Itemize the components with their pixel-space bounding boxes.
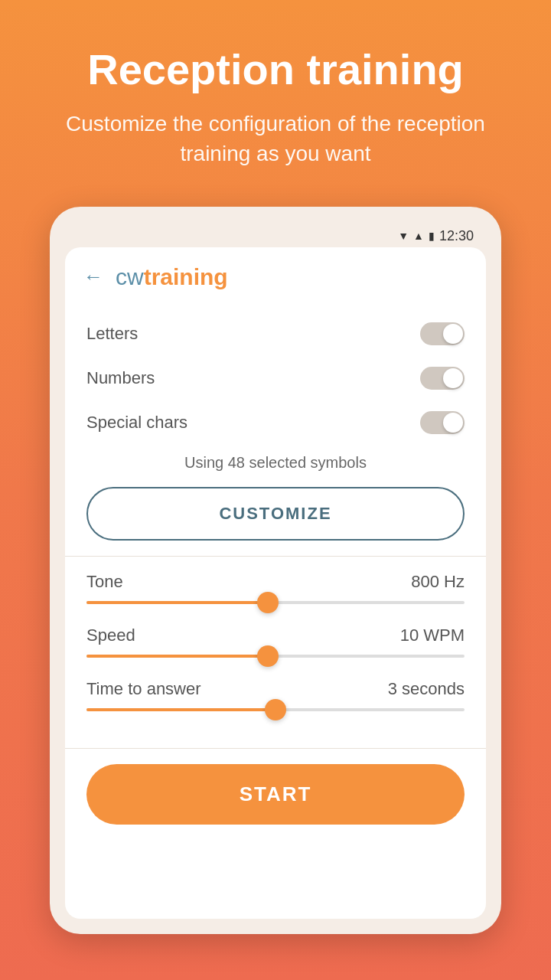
speed-slider-thumb[interactable] [257, 645, 279, 667]
numbers-label: Numbers [86, 368, 155, 388]
letters-toggle-row: Letters [86, 312, 465, 356]
speed-slider-row: Speed 10 WPM [86, 626, 465, 658]
page-subtitle: Customize the configuration of the recep… [31, 109, 520, 168]
logo-cw: cw [116, 264, 144, 289]
time-answer-slider-track[interactable] [86, 708, 465, 711]
time-answer-slider-fill [86, 708, 276, 711]
signal-icon: ▲ [413, 230, 424, 242]
symbols-info: Using 48 selected symbols [86, 454, 465, 472]
back-button[interactable]: ← [83, 265, 103, 289]
letters-label: Letters [86, 324, 138, 344]
letters-toggle[interactable] [420, 322, 465, 345]
logo-training: training [144, 264, 228, 289]
phone-screen: ← cwtraining Letters Numbers Special cha… [65, 247, 486, 919]
numbers-toggle-row: Numbers [86, 356, 465, 400]
battery-icon: ▮ [429, 230, 435, 242]
numbers-toggle[interactable] [420, 367, 465, 390]
tone-value: 800 Hz [411, 572, 465, 592]
tone-slider-thumb[interactable] [257, 592, 279, 613]
speed-value: 10 WPM [400, 626, 465, 645]
time-answer-slider-row: Time to answer 3 seconds [86, 679, 465, 711]
speed-slider-fill [86, 655, 268, 658]
settings-section: Letters Numbers Special chars Using 48 s… [65, 304, 486, 557]
tone-slider-fill [86, 601, 268, 604]
time-answer-slider-thumb[interactable] [265, 699, 286, 720]
app-logo: cwtraining [116, 264, 228, 290]
phone-container: ▼ ▲ ▮ 12:30 ← cwtraining Letters Numbers… [50, 207, 501, 934]
tone-slider-header: Tone 800 Hz [86, 572, 465, 592]
tone-slider-row: Tone 800 Hz [86, 572, 465, 604]
speed-slider-track[interactable] [86, 655, 465, 658]
tone-slider-track[interactable] [86, 601, 465, 604]
page-title: Reception training [31, 46, 520, 93]
sliders-section: Tone 800 Hz Speed 10 WPM [65, 557, 486, 749]
wifi-icon: ▼ [398, 230, 409, 242]
speed-label: Speed [86, 626, 135, 645]
app-header: ← cwtraining [65, 247, 486, 304]
start-button[interactable]: START [86, 764, 465, 825]
tone-label: Tone [86, 572, 123, 592]
customize-button[interactable]: CUSTOMIZE [86, 487, 465, 541]
status-bar: ▼ ▲ ▮ 12:30 [65, 222, 486, 247]
hero-section: Reception training Customize the configu… [0, 0, 551, 191]
time-answer-slider-header: Time to answer 3 seconds [86, 679, 465, 699]
special-chars-label: Special chars [86, 413, 187, 433]
special-chars-toggle[interactable] [420, 411, 465, 434]
time-answer-value: 3 seconds [388, 679, 465, 699]
speed-slider-header: Speed 10 WPM [86, 626, 465, 645]
status-icons: ▼ ▲ ▮ 12:30 [398, 228, 474, 244]
status-time: 12:30 [439, 228, 474, 244]
special-chars-toggle-row: Special chars [86, 400, 465, 445]
time-answer-label: Time to answer [86, 679, 201, 699]
